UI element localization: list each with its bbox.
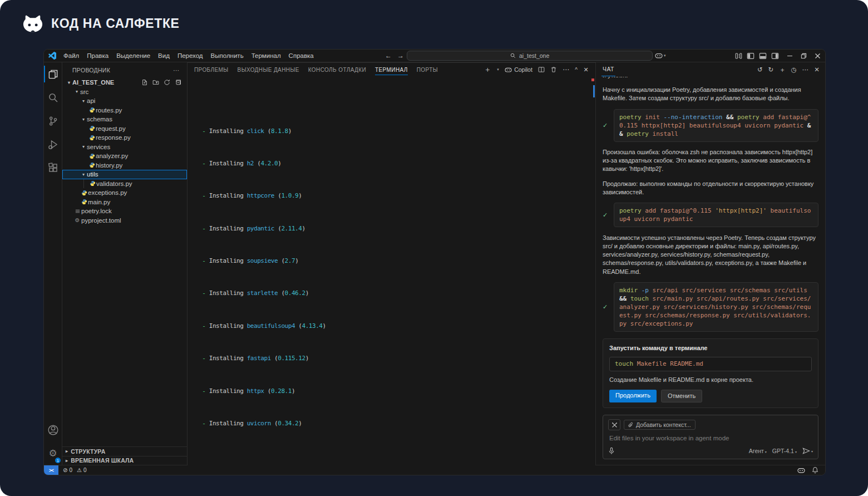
cat-logo-icon (22, 14, 43, 33)
tab-output[interactable]: ВЫХОДНЫЕ ДАННЫЕ (238, 65, 299, 75)
continue-button[interactable]: Продолжить (609, 390, 657, 402)
refresh-icon[interactable] (164, 79, 170, 86)
close-window-icon[interactable] (815, 53, 821, 59)
section-structure[interactable]: ▸ СТРУКТУРА (62, 446, 187, 456)
mic-icon[interactable] (608, 447, 615, 455)
new-folder-icon[interactable] (152, 79, 159, 86)
new-chat-icon[interactable]: ＋ (779, 66, 786, 74)
confirm-command-input[interactable]: touch Makefile README.md (609, 357, 812, 371)
tab-problems[interactable]: ПРОБЛЕМЫ (194, 65, 229, 75)
send-icon[interactable]: ▾ (802, 448, 813, 454)
model-dropdown[interactable]: GPT-4.1▾ (772, 448, 797, 454)
tree-item-request[interactable]: request.py (62, 124, 187, 134)
menu-file[interactable]: Файл (60, 51, 83, 60)
chat-code-block: ✓ mkdir -p src/api src/services src/sche… (603, 282, 818, 332)
command-center-search[interactable]: ai_test_one (407, 51, 653, 61)
tree-item-poetry-lock[interactable]: poetry.lock (62, 207, 187, 216)
customize-layout-icon[interactable] (735, 52, 742, 60)
toggle-secondary-sidebar-icon[interactable] (771, 52, 779, 60)
chat-messages[interactable]: ✓ Поиск файлов, соответствующих src/**, … (596, 77, 825, 411)
restore-icon[interactable] (801, 53, 807, 59)
app-canvas: КОД НА САЛФЕТКЕ Файл Правка Выделение Ви… (0, 0, 868, 496)
back-arrow-icon[interactable]: ← (382, 52, 394, 60)
run-debug-icon[interactable] (44, 132, 62, 156)
tree-item-validators[interactable]: validators.py (62, 179, 187, 189)
tree-item-exceptions[interactable]: exceptions.py (62, 188, 187, 198)
tab-debug-console[interactable]: КОНСОЛЬ ОТЛАДКИ (308, 65, 366, 75)
tree-item-schemas[interactable]: ▾schemas (62, 115, 187, 124)
problems-status[interactable]: ⊘0 ⚠0 (63, 467, 86, 473)
run-command-card: Запустить команду в терминале touch Make… (603, 338, 818, 408)
python-file-icon (88, 180, 96, 186)
explorer-icon[interactable] (44, 62, 62, 86)
cancel-button[interactable]: Отменить (661, 390, 702, 402)
toggle-panel-icon[interactable] (759, 52, 767, 60)
more-actions-icon[interactable]: ⋯ (563, 66, 569, 73)
chevron-down-icon[interactable]: ▾ (497, 67, 499, 72)
split-terminal-icon[interactable] (538, 66, 545, 73)
kill-terminal-icon[interactable] (550, 66, 557, 73)
tree-item-api[interactable]: ▾api (62, 96, 187, 106)
tree-item-main[interactable]: main.py (62, 198, 187, 207)
tree-item-response[interactable]: response.py (62, 133, 187, 143)
tree-item-routes[interactable]: routes.py (62, 106, 187, 115)
new-file-icon[interactable] (141, 79, 148, 86)
menu-run[interactable]: Выполнить (207, 51, 248, 60)
tree-item-src[interactable]: ▾src (62, 87, 187, 97)
tools-icon[interactable] (608, 419, 620, 430)
python-file-icon (88, 162, 96, 168)
extensions-icon[interactable] (44, 156, 62, 179)
menu-view[interactable]: Вид (154, 51, 174, 60)
python-file-icon (88, 135, 96, 141)
notifications-bell-icon[interactable] (812, 466, 818, 474)
tree-item-history[interactable]: history.py (62, 161, 187, 170)
remote-indicator[interactable]: >< (44, 465, 58, 475)
account-icon[interactable] (44, 418, 62, 441)
chat-input-box[interactable]: Добавить контекст... Edit files in your … (603, 415, 818, 459)
search-sidebar-icon[interactable] (44, 86, 62, 109)
chat-input-placeholder[interactable]: Edit files in your workspace in agent mo… (609, 435, 813, 441)
forward-arrow-icon[interactable]: → (394, 52, 407, 60)
menu-edit[interactable]: Правка (83, 51, 112, 60)
chevron-right-icon: ▸ (66, 458, 68, 463)
agent-mode-dropdown[interactable]: Агент▾ (749, 448, 767, 454)
toggle-sidebar-icon[interactable] (747, 52, 754, 60)
chat-history-icon[interactable]: ◷ (791, 66, 797, 74)
source-control-icon[interactable] (44, 109, 62, 132)
maximize-panel-icon[interactable]: ^ (575, 67, 578, 73)
explorer-more-icon[interactable]: ⋯ (173, 67, 179, 73)
tree-item-utils[interactable]: ▾utils (62, 170, 187, 179)
new-terminal-icon[interactable]: ＋ (484, 65, 491, 75)
redo-icon[interactable]: ↻ (768, 66, 774, 74)
menu-go[interactable]: Переход (174, 51, 207, 60)
copilot-status-icon[interactable] (797, 467, 805, 474)
terminal-scrollbar-thumb[interactable] (593, 85, 595, 97)
brand-header: КОД НА САЛФЕТКЕ (22, 14, 179, 33)
tree-item-services[interactable]: ▾services (62, 143, 187, 152)
menu-selection[interactable]: Выделение (112, 51, 154, 60)
section-timeline[interactable]: ▸ ВРЕМЕННАЯ ШКАЛА (62, 456, 187, 465)
chat-close-icon[interactable]: ✕ (814, 66, 820, 74)
collapse-all-icon[interactable] (175, 79, 181, 86)
tree-item-pyproject[interactable]: ⚙ pyproject.toml (62, 216, 187, 225)
chat-tab[interactable]: ЧАТ (601, 63, 615, 76)
terminal-copilot-button[interactable]: Copilot (505, 66, 532, 73)
chevron-down-icon: ▾ (66, 80, 72, 85)
chat-more-icon[interactable]: ⋯ (802, 66, 809, 74)
tab-ports[interactable]: ПОРТЫ (417, 65, 438, 75)
tree-item-root[interactable]: ▾ AI_TEST_ONE (62, 78, 187, 87)
close-panel-icon[interactable]: ✕ (583, 66, 589, 73)
copilot-menu-button[interactable]: ▾ (655, 52, 666, 59)
tab-terminal[interactable]: ТЕРМИНАЛ (375, 65, 408, 75)
undo-icon[interactable]: ↺ (757, 66, 763, 74)
terminal-output[interactable]: - Installing click (8.1.8) - Installing … (188, 76, 595, 475)
menu-terminal[interactable]: Терминал (248, 51, 285, 60)
chevron-down-icon: ▾ (80, 99, 87, 104)
chat-panel: ЧАТ ↺ ↻ ＋ ◷ ⋯ ✕ ✓ Поиск файлов, соответс… (595, 62, 825, 465)
minimize-icon[interactable] (787, 53, 793, 59)
settings-gear-icon[interactable]: ⚙ 1 (44, 441, 62, 465)
menu-help[interactable]: Справка (285, 51, 318, 60)
tree-item-analyzer[interactable]: analyzer.py (62, 151, 187, 161)
chevron-down-icon: ▾ (80, 117, 87, 122)
add-context-button[interactable]: Добавить контекст... (624, 420, 696, 430)
